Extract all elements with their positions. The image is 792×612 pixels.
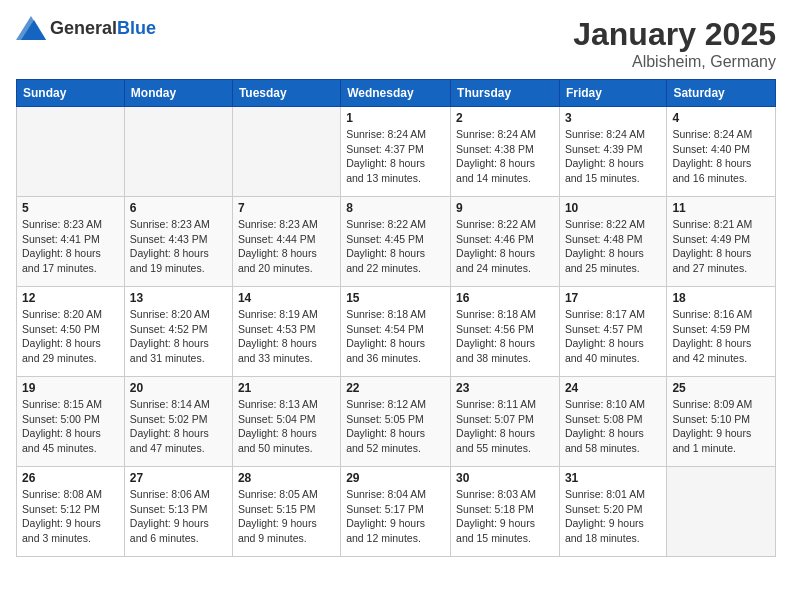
day-info: Sunrise: 8:20 AM Sunset: 4:52 PM Dayligh… — [130, 307, 227, 366]
day-info: Sunrise: 8:23 AM Sunset: 4:44 PM Dayligh… — [238, 217, 335, 276]
calendar-cell: 25Sunrise: 8:09 AM Sunset: 5:10 PM Dayli… — [667, 377, 776, 467]
day-number: 28 — [238, 471, 335, 485]
day-number: 20 — [130, 381, 227, 395]
weekday-header: Monday — [124, 80, 232, 107]
calendar-cell: 21Sunrise: 8:13 AM Sunset: 5:04 PM Dayli… — [232, 377, 340, 467]
calendar-cell: 7Sunrise: 8:23 AM Sunset: 4:44 PM Daylig… — [232, 197, 340, 287]
day-info: Sunrise: 8:04 AM Sunset: 5:17 PM Dayligh… — [346, 487, 445, 546]
day-info: Sunrise: 8:16 AM Sunset: 4:59 PM Dayligh… — [672, 307, 770, 366]
logo-general: General — [50, 18, 117, 38]
day-info: Sunrise: 8:13 AM Sunset: 5:04 PM Dayligh… — [238, 397, 335, 456]
day-number: 25 — [672, 381, 770, 395]
calendar-cell: 9Sunrise: 8:22 AM Sunset: 4:46 PM Daylig… — [451, 197, 560, 287]
day-number: 16 — [456, 291, 554, 305]
day-info: Sunrise: 8:20 AM Sunset: 4:50 PM Dayligh… — [22, 307, 119, 366]
day-number: 11 — [672, 201, 770, 215]
day-number: 15 — [346, 291, 445, 305]
day-info: Sunrise: 8:24 AM Sunset: 4:40 PM Dayligh… — [672, 127, 770, 186]
day-number: 23 — [456, 381, 554, 395]
calendar-week-row: 12Sunrise: 8:20 AM Sunset: 4:50 PM Dayli… — [17, 287, 776, 377]
day-info: Sunrise: 8:24 AM Sunset: 4:38 PM Dayligh… — [456, 127, 554, 186]
day-info: Sunrise: 8:24 AM Sunset: 4:39 PM Dayligh… — [565, 127, 661, 186]
day-info: Sunrise: 8:10 AM Sunset: 5:08 PM Dayligh… — [565, 397, 661, 456]
day-number: 19 — [22, 381, 119, 395]
calendar-cell: 30Sunrise: 8:03 AM Sunset: 5:18 PM Dayli… — [451, 467, 560, 557]
calendar-cell: 13Sunrise: 8:20 AM Sunset: 4:52 PM Dayli… — [124, 287, 232, 377]
calendar-cell: 10Sunrise: 8:22 AM Sunset: 4:48 PM Dayli… — [559, 197, 666, 287]
weekday-header: Tuesday — [232, 80, 340, 107]
calendar-cell: 28Sunrise: 8:05 AM Sunset: 5:15 PM Dayli… — [232, 467, 340, 557]
day-number: 8 — [346, 201, 445, 215]
calendar-cell: 14Sunrise: 8:19 AM Sunset: 4:53 PM Dayli… — [232, 287, 340, 377]
calendar-cell: 3Sunrise: 8:24 AM Sunset: 4:39 PM Daylig… — [559, 107, 666, 197]
calendar-week-row: 5Sunrise: 8:23 AM Sunset: 4:41 PM Daylig… — [17, 197, 776, 287]
logo: GeneralBlue — [16, 16, 156, 40]
calendar-cell: 1Sunrise: 8:24 AM Sunset: 4:37 PM Daylig… — [341, 107, 451, 197]
day-number: 31 — [565, 471, 661, 485]
day-number: 5 — [22, 201, 119, 215]
day-number: 10 — [565, 201, 661, 215]
location: Albisheim, Germany — [573, 53, 776, 71]
day-number: 26 — [22, 471, 119, 485]
day-number: 17 — [565, 291, 661, 305]
day-info: Sunrise: 8:12 AM Sunset: 5:05 PM Dayligh… — [346, 397, 445, 456]
day-info: Sunrise: 8:22 AM Sunset: 4:45 PM Dayligh… — [346, 217, 445, 276]
day-info: Sunrise: 8:19 AM Sunset: 4:53 PM Dayligh… — [238, 307, 335, 366]
day-info: Sunrise: 8:09 AM Sunset: 5:10 PM Dayligh… — [672, 397, 770, 456]
day-info: Sunrise: 8:11 AM Sunset: 5:07 PM Dayligh… — [456, 397, 554, 456]
day-info: Sunrise: 8:01 AM Sunset: 5:20 PM Dayligh… — [565, 487, 661, 546]
calendar-cell: 18Sunrise: 8:16 AM Sunset: 4:59 PM Dayli… — [667, 287, 776, 377]
day-info: Sunrise: 8:15 AM Sunset: 5:00 PM Dayligh… — [22, 397, 119, 456]
day-info: Sunrise: 8:17 AM Sunset: 4:57 PM Dayligh… — [565, 307, 661, 366]
day-number: 18 — [672, 291, 770, 305]
day-number: 6 — [130, 201, 227, 215]
logo-blue: Blue — [117, 18, 156, 38]
day-number: 21 — [238, 381, 335, 395]
calendar-cell: 17Sunrise: 8:17 AM Sunset: 4:57 PM Dayli… — [559, 287, 666, 377]
calendar-cell: 20Sunrise: 8:14 AM Sunset: 5:02 PM Dayli… — [124, 377, 232, 467]
day-number: 4 — [672, 111, 770, 125]
day-number: 27 — [130, 471, 227, 485]
calendar-week-row: 26Sunrise: 8:08 AM Sunset: 5:12 PM Dayli… — [17, 467, 776, 557]
day-number: 1 — [346, 111, 445, 125]
day-info: Sunrise: 8:23 AM Sunset: 4:41 PM Dayligh… — [22, 217, 119, 276]
weekday-header: Friday — [559, 80, 666, 107]
calendar-cell: 12Sunrise: 8:20 AM Sunset: 4:50 PM Dayli… — [17, 287, 125, 377]
calendar-cell: 31Sunrise: 8:01 AM Sunset: 5:20 PM Dayli… — [559, 467, 666, 557]
calendar-cell: 8Sunrise: 8:22 AM Sunset: 4:45 PM Daylig… — [341, 197, 451, 287]
day-number: 7 — [238, 201, 335, 215]
day-info: Sunrise: 8:23 AM Sunset: 4:43 PM Dayligh… — [130, 217, 227, 276]
day-info: Sunrise: 8:03 AM Sunset: 5:18 PM Dayligh… — [456, 487, 554, 546]
calendar-cell: 6Sunrise: 8:23 AM Sunset: 4:43 PM Daylig… — [124, 197, 232, 287]
title-block: January 2025 Albisheim, Germany — [573, 16, 776, 71]
day-info: Sunrise: 8:08 AM Sunset: 5:12 PM Dayligh… — [22, 487, 119, 546]
calendar-cell: 22Sunrise: 8:12 AM Sunset: 5:05 PM Dayli… — [341, 377, 451, 467]
calendar-cell: 23Sunrise: 8:11 AM Sunset: 5:07 PM Dayli… — [451, 377, 560, 467]
calendar-cell: 19Sunrise: 8:15 AM Sunset: 5:00 PM Dayli… — [17, 377, 125, 467]
weekday-header: Saturday — [667, 80, 776, 107]
month-title: January 2025 — [573, 16, 776, 53]
calendar-cell: 11Sunrise: 8:21 AM Sunset: 4:49 PM Dayli… — [667, 197, 776, 287]
day-number: 24 — [565, 381, 661, 395]
calendar-cell: 5Sunrise: 8:23 AM Sunset: 4:41 PM Daylig… — [17, 197, 125, 287]
calendar-cell — [124, 107, 232, 197]
logo-text: GeneralBlue — [50, 18, 156, 39]
day-number: 9 — [456, 201, 554, 215]
calendar-cell — [17, 107, 125, 197]
day-info: Sunrise: 8:24 AM Sunset: 4:37 PM Dayligh… — [346, 127, 445, 186]
day-number: 2 — [456, 111, 554, 125]
day-info: Sunrise: 8:05 AM Sunset: 5:15 PM Dayligh… — [238, 487, 335, 546]
weekday-header: Wednesday — [341, 80, 451, 107]
day-number: 13 — [130, 291, 227, 305]
day-info: Sunrise: 8:18 AM Sunset: 4:54 PM Dayligh… — [346, 307, 445, 366]
calendar-cell — [232, 107, 340, 197]
calendar-cell — [667, 467, 776, 557]
day-info: Sunrise: 8:18 AM Sunset: 4:56 PM Dayligh… — [456, 307, 554, 366]
calendar-header-row: SundayMondayTuesdayWednesdayThursdayFrid… — [17, 80, 776, 107]
day-number: 29 — [346, 471, 445, 485]
page-header: GeneralBlue January 2025 Albisheim, Germ… — [16, 16, 776, 71]
logo-icon — [16, 16, 46, 40]
day-number: 14 — [238, 291, 335, 305]
calendar-week-row: 19Sunrise: 8:15 AM Sunset: 5:00 PM Dayli… — [17, 377, 776, 467]
weekday-header: Sunday — [17, 80, 125, 107]
